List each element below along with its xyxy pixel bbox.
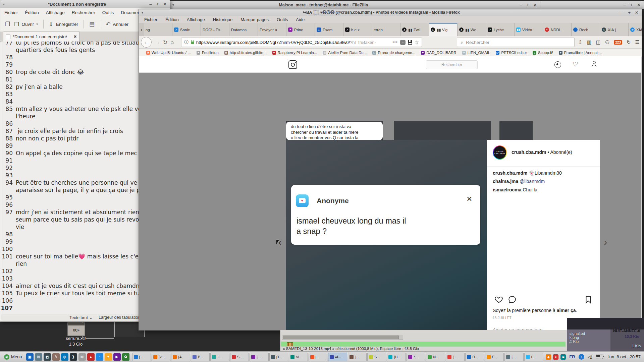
- post-image[interactable]: ♥ Anonyme ✕ ismael cheuveux long du mas …: [286, 140, 487, 330]
- taskbar-window-button[interactable]: [H...: [387, 353, 406, 361]
- new-document-icon[interactable]: ❐: [5, 21, 10, 28]
- launcher-icon[interactable]: ▶: [113, 353, 121, 361]
- launcher-icon[interactable]: ●: [87, 353, 95, 361]
- bookmark-item[interactable]: ✿ Raspberry Pi Learnin...: [272, 51, 317, 55]
- taskbar-window-button[interactable]: ⌗...: [210, 353, 229, 361]
- launcher-icon[interactable]: ✉: [78, 353, 86, 361]
- browser-tab[interactable]: ↗ Lyche: [486, 23, 515, 36]
- taskbar-window-button[interactable]: [...: [132, 353, 151, 361]
- maximize-button[interactable]: +: [628, 10, 631, 15]
- sidebar-icon[interactable]: ◫: [596, 39, 601, 45]
- taskbar-window-button[interactable]: [k...: [152, 353, 170, 361]
- taskbar-window-button[interactable]: B...: [191, 353, 210, 361]
- browser-tab[interactable]: ▲ ▮▮ Zwi: [400, 23, 429, 36]
- forward-button[interactable]: →: [155, 39, 160, 45]
- tray-app-icon[interactable]: ●: [553, 354, 558, 360]
- https-lock-icon[interactable]: [191, 42, 194, 44]
- close-button[interactable]: ✕: [533, 2, 537, 7]
- browser-tab[interactable]: ▲ ▮▮ We: [458, 23, 486, 36]
- save-page-icon[interactable]: [408, 40, 412, 45]
- menu-item[interactable]: Outils: [277, 17, 288, 22]
- battery-icon[interactable]: [596, 355, 603, 359]
- taskbar-window-button[interactable]: E...: [524, 353, 543, 361]
- tray-app-icon[interactable]: ◆: [546, 354, 551, 360]
- file-name[interactable]: k.png: [570, 336, 579, 340]
- browser-tab[interactable]: ✳ NDDL: [543, 23, 572, 36]
- browser-tab[interactable]: DOC! - Es: [201, 23, 229, 36]
- search-bar[interactable]: ⌕ Rechercher: [457, 38, 574, 47]
- username[interactable]: crush.cba.mdm: [512, 149, 546, 155]
- bookmark-star-icon[interactable]: ☆: [415, 39, 419, 45]
- print-icon[interactable]: ▤: [89, 21, 95, 28]
- close-button[interactable]: ✕: [163, 2, 167, 7]
- taskbar-window-button[interactable]: N...: [426, 353, 445, 361]
- menu-item[interactable]: Aide: [296, 17, 305, 22]
- avatar[interactable]: CRUSH CBA♡MDM: [493, 145, 507, 160]
- close-button[interactable]: ✕: [637, 2, 641, 7]
- open-button[interactable]: ❒ Ouvrir ▾: [14, 21, 38, 28]
- taskbar-window-button[interactable]: D...: [465, 353, 484, 361]
- taskbar-window-button[interactable]: [A...: [171, 353, 190, 361]
- bookmark-item[interactable]: ▦ http://bitrates.gifbite...: [224, 51, 267, 55]
- filezilla-selected-row[interactable]: [281, 342, 566, 347]
- maximize-button[interactable]: +: [527, 2, 529, 7]
- comment-row[interactable]: ismaelrocma Chui la: [493, 187, 537, 192]
- launcher-icon[interactable]: ◍: [61, 353, 68, 361]
- doc-type-selector[interactable]: Texte brut ⌄: [69, 315, 93, 320]
- reload-button[interactable]: ↻: [163, 39, 167, 46]
- clock[interactable]: lun. 8 oct., 20:57: [608, 354, 641, 359]
- close-button[interactable]: ✕: [635, 10, 639, 15]
- browser-tab[interactable]: X XIA |: [600, 23, 629, 36]
- launcher-icon[interactable]: ◔: [96, 353, 103, 361]
- tab-close-icon[interactable]: ✖: [74, 35, 77, 39]
- minimize-button[interactable]: –: [623, 2, 626, 7]
- maximize-button[interactable]: +: [156, 2, 159, 7]
- desktop-file-name[interactable]: serrure.xcf: [54, 336, 98, 341]
- keyboard-layout-indicator[interactable]: FR: [569, 354, 575, 359]
- file-name[interactable]: signal.pd: [570, 331, 585, 336]
- page-info-icon[interactable]: ⓘ: [184, 39, 189, 45]
- browser-tab[interactable]: Rech: [572, 23, 600, 36]
- file-name[interactable]: NUIT-ANNEE-0: [613, 329, 640, 333]
- save-button[interactable]: ⇓ Enregistrer: [49, 21, 78, 28]
- volume-icon[interactable]: ◁): [588, 354, 592, 359]
- browser-tab[interactable]: ✒ erran: [372, 23, 400, 36]
- scrollbar-thumb[interactable]: [283, 336, 399, 339]
- bookmark-item[interactable]: ▭ LIEN_GMAIL: [462, 51, 490, 55]
- applications-menu-button[interactable]: ◉ Menu: [1, 353, 25, 361]
- instagram-logo-icon[interactable]: [288, 60, 297, 69]
- taskbar-window-button[interactable]: [...: [446, 353, 465, 361]
- taskbar-window-button[interactable]: ⇄...: [328, 353, 347, 361]
- extension-badge[interactable]: 223: [614, 40, 622, 45]
- explore-compass-icon[interactable]: [554, 61, 561, 68]
- taskbar-window-button[interactable]: [...: [250, 353, 268, 361]
- menu-item[interactable]: Édition: [25, 10, 39, 15]
- home-button[interactable]: ⌂: [170, 39, 174, 45]
- bookmark-item[interactable]: ▣ Web Upd8: Ubuntu / ...: [146, 51, 191, 55]
- bookmark-item[interactable]: ◆ DAD_DOLIBARR: [421, 51, 456, 55]
- menu-item[interactable]: Historique: [213, 17, 233, 22]
- menu-item[interactable]: Affichage: [187, 17, 205, 22]
- browser-tab[interactable]: ag: [144, 23, 172, 36]
- bookmark-item[interactable]: ▧ Atelier Pure Data Du...: [323, 51, 367, 55]
- menu-item[interactable]: Fichier: [4, 10, 18, 15]
- activity-heart-icon[interactable]: ♡: [573, 61, 578, 67]
- launcher-icon[interactable]: ✦: [105, 353, 112, 361]
- browser-tab[interactable]: Z Exam: [315, 23, 343, 36]
- menu-item[interactable]: Rechercher: [72, 10, 95, 15]
- browser-tab[interactable]: ⊕ XIA: [629, 23, 642, 36]
- undo-button[interactable]: ↶ Annuler: [106, 21, 128, 28]
- launcher-icon[interactable]: ❯: [70, 353, 77, 361]
- instagram-search-input[interactable]: Rechercher: [426, 60, 478, 69]
- menu-item[interactable]: Marque-pages: [240, 17, 269, 22]
- document-tab[interactable]: *Document 1 non enregistré ✖: [3, 32, 79, 42]
- taskbar-window-button[interactable]: [...: [504, 353, 523, 361]
- tab-scroll-left-icon[interactable]: ‹: [139, 23, 144, 36]
- downloads-icon[interactable]: ⇩: [578, 39, 583, 45]
- launcher-icon[interactable]: ⊞: [35, 353, 42, 361]
- profile-icon[interactable]: [591, 61, 597, 67]
- comment-row[interactable]: chaima.jma @libanmdm: [493, 179, 545, 184]
- url-bar[interactable]: ⓘ https://www.instagram.com/p/BlLDDMNgt7…: [181, 38, 422, 47]
- bookmark-item[interactable]: C+ PETSCII editor: [496, 51, 527, 55]
- launcher-icon[interactable]: ✎: [52, 353, 60, 361]
